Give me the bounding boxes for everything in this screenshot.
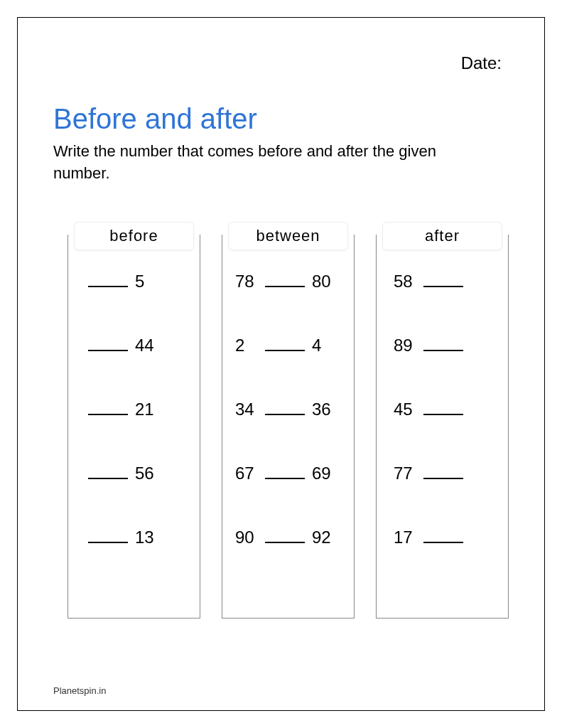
- given-number: 21: [135, 400, 158, 419]
- given-number: 17: [394, 528, 416, 547]
- given-number-right: 92: [312, 528, 335, 547]
- columns-container: before 5 44 21 56 13 between: [67, 235, 509, 619]
- after-row: 58: [389, 272, 495, 336]
- given-number-left: 34: [235, 400, 258, 419]
- column-before: before 5 44 21 56 13: [67, 235, 200, 619]
- given-number: 58: [394, 272, 416, 291]
- instructions: Write the number that comes before and a…: [53, 141, 480, 185]
- given-number-right: 69: [312, 464, 335, 483]
- given-number-left: 2: [235, 336, 258, 355]
- footer-attribution: Planetspin.in: [53, 685, 106, 696]
- before-row: 5: [81, 272, 187, 336]
- before-row: 21: [81, 400, 187, 464]
- given-number: 56: [135, 464, 158, 483]
- column-after: after 58 89 45 77 17: [376, 235, 509, 619]
- column-header-after: after: [382, 222, 502, 250]
- blank-input[interactable]: [88, 529, 128, 543]
- given-number: 77: [394, 464, 416, 483]
- before-row: 44: [81, 336, 187, 400]
- given-number-right: 4: [312, 336, 335, 355]
- blank-input[interactable]: [265, 529, 305, 543]
- given-number: 44: [135, 336, 158, 355]
- column-between: between 78 80 2 4 34 36 67 69: [222, 235, 355, 619]
- blank-input[interactable]: [88, 401, 128, 415]
- blank-input[interactable]: [265, 401, 305, 415]
- between-row: 78 80: [235, 272, 341, 336]
- between-row: 2 4: [235, 336, 341, 400]
- given-number: 5: [135, 272, 158, 291]
- date-label: Date:: [461, 53, 502, 73]
- worksheet-page: Date: Before and after Write the number …: [17, 17, 545, 711]
- given-number-right: 36: [312, 400, 335, 419]
- blank-input[interactable]: [423, 273, 463, 287]
- given-number: 13: [135, 528, 158, 547]
- blank-input[interactable]: [265, 273, 305, 287]
- between-row: 67 69: [235, 464, 341, 528]
- given-number: 45: [394, 400, 416, 419]
- given-number-left: 78: [235, 272, 258, 291]
- after-row: 77: [389, 464, 495, 528]
- blank-input[interactable]: [88, 465, 128, 479]
- after-row: 17: [389, 528, 495, 592]
- given-number-left: 90: [235, 528, 258, 547]
- column-header-before: before: [74, 222, 194, 250]
- blank-input[interactable]: [88, 273, 128, 287]
- page-title: Before and after: [53, 103, 509, 135]
- blank-input[interactable]: [423, 465, 463, 479]
- before-row: 56: [81, 464, 187, 528]
- between-row: 34 36: [235, 400, 341, 464]
- blank-input[interactable]: [423, 529, 463, 543]
- after-row: 89: [389, 336, 495, 400]
- given-number-right: 80: [312, 272, 335, 291]
- given-number: 89: [394, 336, 416, 355]
- given-number-left: 67: [235, 464, 258, 483]
- blank-input[interactable]: [423, 401, 463, 415]
- blank-input[interactable]: [265, 337, 305, 351]
- between-row: 90 92: [235, 528, 341, 592]
- before-row: 13: [81, 528, 187, 592]
- blank-input[interactable]: [265, 465, 305, 479]
- blank-input[interactable]: [88, 337, 128, 351]
- blank-input[interactable]: [423, 337, 463, 351]
- after-row: 45: [389, 400, 495, 464]
- column-header-between: between: [228, 222, 348, 250]
